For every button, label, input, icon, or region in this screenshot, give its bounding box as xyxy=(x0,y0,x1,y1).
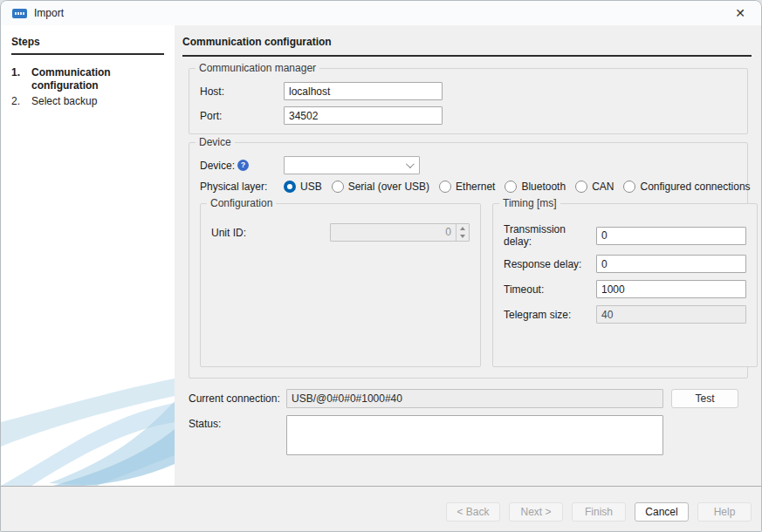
decorative-swoosh xyxy=(1,377,175,486)
finish-button[interactable]: Finish xyxy=(572,502,626,522)
radio-serial-over-usb[interactable]: Serial (over USB) xyxy=(332,181,429,193)
spinner-up-icon[interactable] xyxy=(457,224,469,233)
spinner-down-icon[interactable] xyxy=(457,233,469,242)
chevron-down-icon xyxy=(406,160,415,168)
main-panel: Communication configuration Communicatio… xyxy=(175,25,761,486)
steps-sidebar: Steps 1. Communication configuration 2. … xyxy=(1,25,175,486)
import-dialog-window: Import ✕ Steps 1. Communication configur… xyxy=(0,0,762,532)
host-input[interactable] xyxy=(284,82,443,100)
radio-label: Configured connections xyxy=(640,181,750,193)
step-label: Select backup xyxy=(31,95,164,108)
unit-id-value: 0 xyxy=(331,224,456,241)
title-bar: Import ✕ xyxy=(1,1,761,25)
radio-bluetooth[interactable]: Bluetooth xyxy=(505,181,566,193)
app-logo-icon xyxy=(12,9,27,18)
next-button[interactable]: Next > xyxy=(509,502,563,522)
port-input[interactable] xyxy=(284,106,443,125)
radio-circle-icon xyxy=(623,181,635,193)
help-button[interactable]: Help xyxy=(697,502,752,522)
radio-usb[interactable]: USB xyxy=(284,181,322,193)
physical-layer-label: Physical layer: xyxy=(200,181,284,193)
test-button[interactable]: Test xyxy=(671,389,738,408)
cancel-button[interactable]: Cancel xyxy=(635,502,689,522)
transmission-delay-label: Transmission delay: xyxy=(504,223,596,248)
unit-id-label: Unit ID: xyxy=(211,227,330,239)
radio-label: USB xyxy=(300,181,322,193)
page-title: Communication configuration xyxy=(182,36,752,57)
current-connection-input xyxy=(286,389,663,408)
group-legend: Device xyxy=(196,136,235,148)
radio-configured-connections[interactable]: Configured connections xyxy=(623,181,750,193)
port-label: Port: xyxy=(200,110,284,122)
group-legend: Timing [ms] xyxy=(499,197,560,209)
radio-circle-icon xyxy=(332,181,344,193)
status-row: Status: xyxy=(189,415,748,455)
steps-list: 1. Communication configuration 2. Select… xyxy=(11,66,164,108)
radio-ethernet[interactable]: Ethernet xyxy=(439,181,495,193)
telegram-size-label: Telegram size: xyxy=(504,309,596,321)
radio-label: Ethernet xyxy=(456,181,495,193)
current-connection-label: Current connection: xyxy=(189,392,286,405)
response-delay-label: Response delay: xyxy=(504,258,596,270)
current-connection-row: Current connection: Test xyxy=(189,389,748,408)
status-label: Status: xyxy=(189,415,286,430)
device-dropdown[interactable] xyxy=(284,156,420,174)
help-icon[interactable] xyxy=(237,160,249,171)
response-delay-input[interactable] xyxy=(596,255,746,273)
close-icon[interactable]: ✕ xyxy=(731,3,750,23)
communication-manager-group: Communication manager Host: Port: xyxy=(189,68,748,134)
timeout-input[interactable] xyxy=(596,280,746,298)
group-legend: Communication manager xyxy=(196,62,319,74)
group-legend: Configuration xyxy=(207,197,276,209)
step-item-select-backup[interactable]: 2. Select backup xyxy=(11,95,164,108)
configuration-group: Configuration Unit ID: 0 xyxy=(200,203,481,367)
radio-circle-icon xyxy=(439,181,451,193)
device-group: Device Device: Physical layer: xyxy=(189,142,748,379)
radio-circle-icon xyxy=(505,181,517,193)
radio-label: CAN xyxy=(592,181,614,193)
timing-group: Timing [ms] Transmission delay: Response… xyxy=(492,203,758,367)
radio-label: Bluetooth xyxy=(521,181,566,193)
transmission-delay-input[interactable] xyxy=(596,227,746,245)
window-title: Import xyxy=(34,7,64,19)
radio-circle-icon xyxy=(575,181,587,193)
wizard-button-bar: < Back Next > Finish Cancel Help xyxy=(1,486,761,531)
device-label: Device: xyxy=(200,160,235,172)
status-textarea[interactable] xyxy=(286,415,663,455)
radio-label: Serial (over USB) xyxy=(348,181,429,193)
back-button[interactable]: < Back xyxy=(446,502,500,522)
step-label: Communication configuration xyxy=(31,66,164,92)
radio-can[interactable]: CAN xyxy=(575,181,614,193)
step-number: 1. xyxy=(11,66,31,92)
telegram-size-input xyxy=(596,305,746,324)
physical-layer-radio-group: USB Serial (over USB) Ethernet Blue xyxy=(284,181,751,193)
steps-heading: Steps xyxy=(11,36,164,55)
step-number: 2. xyxy=(11,95,31,108)
host-label: Host: xyxy=(200,85,284,98)
timeout-label: Timeout: xyxy=(504,283,596,296)
radio-circle-icon xyxy=(284,181,296,193)
step-item-communication-configuration[interactable]: 1. Communication configuration xyxy=(11,66,164,92)
unit-id-stepper: 0 xyxy=(330,223,470,242)
